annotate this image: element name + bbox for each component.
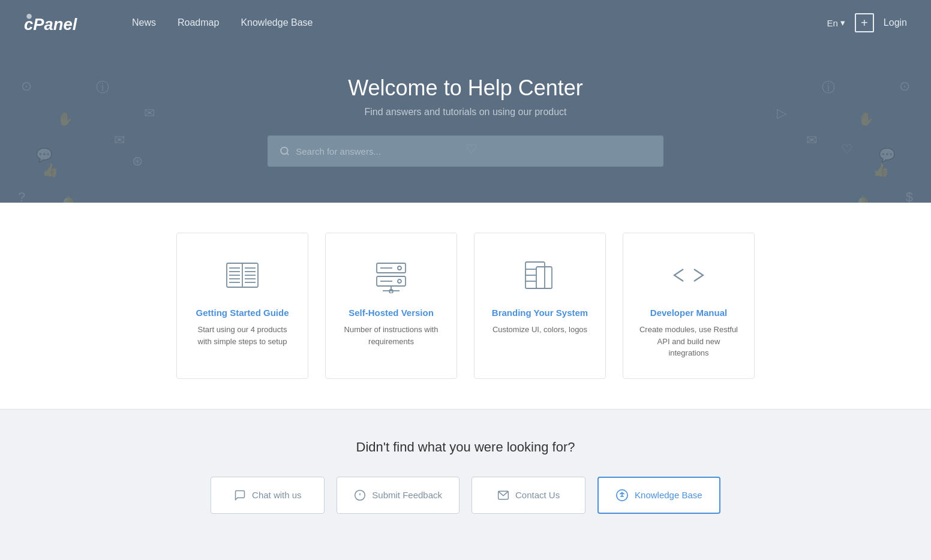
card-getting-started[interactable]: Getting Started Guide Start using our 4 … <box>176 233 308 379</box>
card-getting-started-desc: Start using our 4 products with simple s… <box>191 324 293 347</box>
deco-icon-5: 💬 <box>36 147 52 163</box>
deco-icon-10: ⊛ <box>132 153 143 169</box>
graduation-icon <box>615 489 629 502</box>
card-self-hosted-desc: Number of instructions with requirements <box>340 324 442 347</box>
deco-icon-8: ? <box>18 189 25 203</box>
chat-button[interactable]: Chat with us <box>211 477 325 514</box>
search-bar <box>268 136 663 167</box>
search-input[interactable] <box>296 146 651 156</box>
nav-links: News Roadmap Knowledge Base <box>132 17 827 28</box>
card-developer[interactable]: Developer Manual Create modules, use Res… <box>623 233 755 379</box>
card-branding[interactable]: Branding Your System Customize UI, color… <box>474 233 606 379</box>
card-branding-title: Branding Your System <box>492 308 588 318</box>
svg-text:cPanel: cPanel <box>24 15 78 34</box>
svg-line-3 <box>287 153 289 155</box>
deco-icon-r9: 🔔 <box>855 195 871 203</box>
navbar: cPanel News Roadmap Knowledge Base En ▾ … <box>0 0 931 46</box>
search-icon <box>280 146 290 156</box>
svg-point-18 <box>398 266 401 270</box>
card-branding-desc: Customize UI, colors, logos <box>492 324 587 336</box>
deco-icon-11: ✉ <box>114 133 125 148</box>
svg-point-19 <box>398 279 401 283</box>
contact-button-label: Contact Us <box>515 490 560 500</box>
deco-icon-7: 👍 <box>42 162 58 178</box>
chat-button-label: Chat with us <box>252 490 302 500</box>
knowledge-base-button-label: Knowledge Base <box>635 490 702 500</box>
feedback-button[interactable]: Submit Feedback <box>337 477 460 514</box>
nav-link-knowledge-base[interactable]: Knowledge Base <box>241 17 313 28</box>
card-self-hosted[interactable]: Self-Hosted Version Number of instructio… <box>325 233 457 379</box>
contact-button[interactable]: Contact Us <box>471 477 585 514</box>
cards-section: Getting Started Guide Start using our 4 … <box>0 203 931 409</box>
card-getting-started-title: Getting Started Guide <box>196 308 289 318</box>
book-icon <box>222 257 263 293</box>
feedback-button-label: Submit Feedback <box>372 490 442 500</box>
deco-icon-r6: ♡ <box>841 141 853 157</box>
svg-point-24 <box>389 290 393 293</box>
knowledge-base-button[interactable]: Knowledge Base <box>597 477 720 514</box>
nav-link-news[interactable]: News <box>132 17 156 28</box>
plus-button[interactable]: + <box>855 13 874 32</box>
chevron-down-icon: ▾ <box>840 17 845 28</box>
server-icon <box>371 257 412 293</box>
hero-section: ⊙ ✋ ⓘ ✉ 💬 ♡ 👍 ? 🔔 ⊛ ✉ ⊙ ✋ ⓘ ▷ 💬 ♡ 👍 ✉ 🔔 … <box>0 46 931 203</box>
feedback-icon <box>354 489 366 501</box>
deco-icon-r8: ✉ <box>806 133 817 148</box>
deco-icon-r10: $ <box>906 189 913 203</box>
chat-icon <box>234 489 246 501</box>
svg-point-1 <box>26 14 32 19</box>
card-developer-desc: Create modules, use Restful API and buil… <box>638 324 740 359</box>
deco-icon-r7: 👍 <box>873 162 889 178</box>
card-self-hosted-title: Self-Hosted Version <box>349 308 434 318</box>
logo[interactable]: cPanel <box>24 11 96 35</box>
deco-icon-9: 🔔 <box>60 195 76 203</box>
svg-point-2 <box>281 147 287 154</box>
deco-icon-r5: 💬 <box>879 147 895 163</box>
hero-bg-decoration: ⊙ ✋ ⓘ ✉ 💬 ♡ 👍 ? 🔔 ⊛ ✉ ⊙ ✋ ⓘ ▷ 💬 ♡ 👍 ✉ 🔔 … <box>0 46 931 203</box>
hero-subtitle: Find answers and tutorials on using our … <box>12 107 919 118</box>
login-button[interactable]: Login <box>884 17 907 28</box>
logo-svg: cPanel <box>24 11 96 35</box>
code-icon <box>668 257 709 293</box>
footer-section: Didn't find what you were looking for? C… <box>0 409 931 550</box>
nav-link-roadmap[interactable]: Roadmap <box>178 17 219 28</box>
footer-title: Didn't find what you were looking for? <box>36 439 895 455</box>
mail-icon <box>497 489 509 501</box>
card-developer-title: Developer Manual <box>650 308 727 318</box>
hero-title: Welcome to Help Center <box>12 76 919 101</box>
footer-buttons: Chat with us Submit Feedback Contact Us <box>36 477 895 514</box>
palette-icon <box>519 257 560 293</box>
svg-rect-26 <box>536 267 552 288</box>
language-selector[interactable]: En ▾ <box>827 17 845 28</box>
nav-right: En ▾ + Login <box>827 13 907 32</box>
